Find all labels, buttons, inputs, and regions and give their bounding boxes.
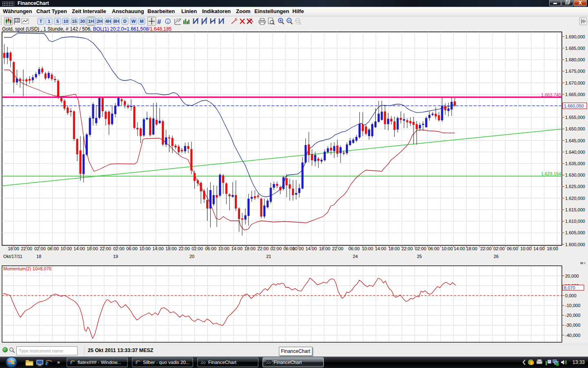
svg-text:02:00: 02:00 <box>113 246 125 251</box>
svg-text:18:00: 18:00 <box>8 246 19 251</box>
svg-text:22:00: 22:00 <box>21 246 32 251</box>
svg-text:18:00: 18:00 <box>244 246 256 251</box>
svg-text:10:00: 10:00 <box>139 246 151 251</box>
svg-text:10:00: 10:00 <box>441 246 453 251</box>
svg-text:+: + <box>279 18 282 23</box>
svg-text:26: 26 <box>494 254 499 259</box>
svg-text:10:00: 10:00 <box>520 246 532 251</box>
svg-text:−: − <box>288 18 290 23</box>
svg-text:1.625,000: 1.625,000 <box>565 184 585 189</box>
svg-text:e: e <box>70 359 73 365</box>
svg-text:1.660,050: 1.660,050 <box>564 103 584 108</box>
svg-text:14:00: 14:00 <box>231 246 243 251</box>
svg-text:10:00: 10:00 <box>292 246 304 251</box>
svg-text:02:00: 02:00 <box>34 246 46 251</box>
svg-text:14:00: 14:00 <box>533 246 545 251</box>
svg-text:1.630,000: 1.630,000 <box>565 173 585 177</box>
svg-text:10:00: 10:00 <box>218 246 229 251</box>
svg-text:»: » <box>57 359 60 365</box>
svg-text:2H: 2H <box>97 19 102 24</box>
svg-text:1.650,000: 1.650,000 <box>565 126 585 131</box>
svg-text:06:00: 06:00 <box>507 246 518 251</box>
svg-text:1.663,740: 1.663,740 <box>541 92 561 97</box>
svg-text:D: D <box>123 19 127 24</box>
svg-text:0,000: 0,000 <box>565 293 577 298</box>
svg-text:M: M <box>140 19 143 24</box>
svg-text:22:00: 22:00 <box>401 246 413 251</box>
svg-text:-10,000: -10,000 <box>565 303 580 308</box>
svg-text:1H: 1H <box>88 19 94 24</box>
svg-text:1: 1 <box>531 361 533 365</box>
svg-text:14:00: 14:00 <box>74 246 85 251</box>
svg-text:06:00: 06:00 <box>126 246 138 251</box>
svg-text:1.600,000: 1.600,000 <box>565 242 585 247</box>
svg-text:14:00: 14:00 <box>305 246 317 251</box>
svg-text:18:00: 18:00 <box>165 246 177 251</box>
svg-text:1.680,000: 1.680,000 <box>565 57 585 62</box>
svg-text:8,070: 8,070 <box>564 285 575 290</box>
svg-text:-20,000: -20,000 <box>565 313 580 318</box>
svg-text:20: 20 <box>189 254 194 259</box>
svg-text:18:00: 18:00 <box>388 246 400 251</box>
svg-text:02:00: 02:00 <box>493 246 505 251</box>
svg-text:02:00: 02:00 <box>415 246 426 251</box>
svg-text:21: 21 <box>266 254 271 259</box>
svg-text:25: 25 <box>417 254 422 259</box>
svg-text:20,000: 20,000 <box>565 274 579 278</box>
svg-text:02:00: 02:00 <box>270 246 282 251</box>
svg-text:1.615,000: 1.615,000 <box>565 207 585 212</box>
svg-text:4H: 4H <box>105 19 111 24</box>
svg-text:1.655,000: 1.655,000 <box>565 115 585 120</box>
svg-text:14:00: 14:00 <box>454 246 465 251</box>
svg-text:15: 15 <box>72 19 77 24</box>
svg-text:10: 10 <box>63 19 68 24</box>
svg-text:1.610,000: 1.610,000 <box>565 219 585 224</box>
svg-text:T: T <box>40 19 42 24</box>
svg-text:1: 1 <box>48 19 50 24</box>
svg-text:1.645,000: 1.645,000 <box>565 138 585 143</box>
svg-text:22:00: 22:00 <box>332 246 343 251</box>
svg-text:8H: 8H <box>114 19 119 24</box>
svg-text:1.620,000: 1.620,000 <box>565 196 585 201</box>
svg-text:e: e <box>136 359 138 365</box>
svg-text:1.605,000: 1.605,000 <box>565 230 585 235</box>
svg-text:1.670,000: 1.670,000 <box>565 81 585 85</box>
svg-text:22:00: 22:00 <box>178 246 190 251</box>
svg-text:#: # <box>157 18 161 26</box>
svg-text:-30,000: -30,000 <box>565 323 580 328</box>
svg-text:1,23: 1,23 <box>176 18 181 20</box>
svg-text:18:00: 18:00 <box>319 246 330 251</box>
svg-text:06:00: 06:00 <box>205 246 216 251</box>
svg-text:Momentum(2) 10=8,070: Momentum(2) 10=8,070 <box>3 266 51 271</box>
svg-text:1.675,000: 1.675,000 <box>565 69 585 74</box>
svg-text:1.665,000: 1.665,000 <box>565 92 585 97</box>
svg-text:30: 30 <box>80 19 85 24</box>
svg-text:06:00: 06:00 <box>47 246 59 251</box>
svg-text:18:00: 18:00 <box>87 246 98 251</box>
svg-text:10:00: 10:00 <box>60 246 72 251</box>
svg-text:06:00: 06:00 <box>348 246 360 251</box>
svg-text:06:00: 06:00 <box>428 246 439 251</box>
svg-text:5: 5 <box>56 19 59 24</box>
svg-text:14:00: 14:00 <box>152 246 164 251</box>
svg-text:-40,000: -40,000 <box>565 333 580 338</box>
svg-text:1.690,000: 1.690,000 <box>565 34 585 39</box>
svg-text:Gold, spot (USD) , 1 Stunde, #: Gold, spot (USD) , 1 Stunde, # 142 / 506… <box>2 26 172 32</box>
svg-text:18: 18 <box>36 254 41 259</box>
svg-text:19: 19 <box>113 254 118 259</box>
svg-text:22:00: 22:00 <box>100 246 111 251</box>
svg-text:W: W <box>131 19 136 24</box>
svg-text:1.685,000: 1.685,000 <box>565 46 585 51</box>
svg-text:14:00: 14:00 <box>375 246 386 251</box>
svg-text:1.635,000: 1.635,000 <box>565 161 585 166</box>
svg-text:18:00: 18:00 <box>466 246 477 251</box>
svg-text:18:00: 18:00 <box>547 246 558 251</box>
svg-text:22:00: 22:00 <box>480 246 492 251</box>
svg-text:22:00: 22:00 <box>257 246 269 251</box>
svg-text:10:00: 10:00 <box>362 246 373 251</box>
svg-text:02:00: 02:00 <box>192 246 203 251</box>
svg-text:1.629,154: 1.629,154 <box>541 171 561 176</box>
svg-text:Okt/17/11: Okt/17/11 <box>3 254 22 259</box>
svg-text:1.640,000: 1.640,000 <box>565 150 585 155</box>
svg-text:24: 24 <box>353 254 358 259</box>
